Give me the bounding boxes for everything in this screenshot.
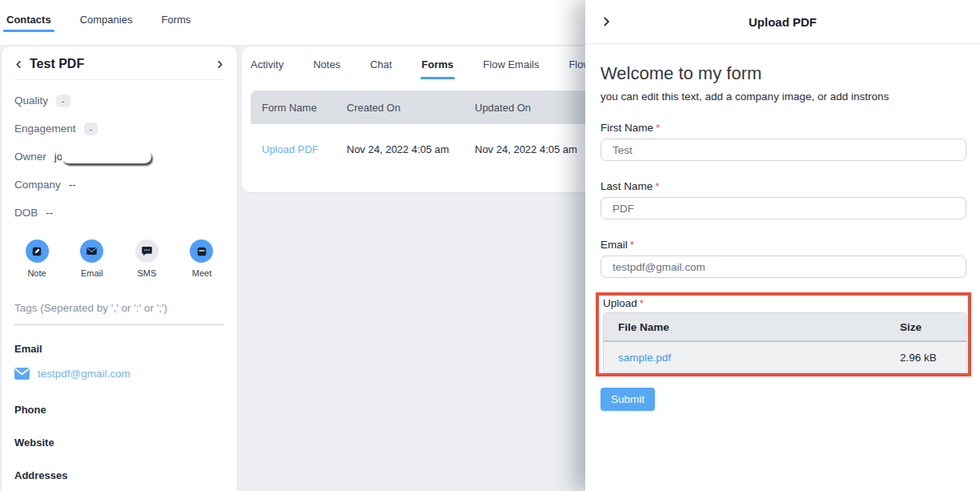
nav-tab-forms[interactable]: Forms xyxy=(160,9,191,37)
field-label: DOB xyxy=(14,207,38,219)
field-label: Owner xyxy=(14,151,46,163)
field-dob: DOB -- xyxy=(14,205,224,220)
tab-chat[interactable]: Chat xyxy=(370,58,392,79)
contact-details-panel: Test PDF Quality - Engagement - Owner jo… xyxy=(2,46,237,491)
created-on-value: Nov 24, 2022 4:05 am xyxy=(347,143,475,155)
forms-table: Form Name Created On Updated On Upload P… xyxy=(251,91,597,174)
last-name-field[interactable] xyxy=(600,197,966,219)
email-icon xyxy=(80,239,103,263)
contact-detail-tabs-panel: Activity Notes Chat Forms Flow Emails Fl… xyxy=(242,46,608,192)
first-name-label: First Name* xyxy=(600,122,966,134)
submit-button[interactable]: Submit xyxy=(600,388,655,411)
panel-header: Upload PDF xyxy=(585,0,980,44)
meet-action-button[interactable]: Meet xyxy=(181,239,223,278)
field-owner: Owner jol xyxy=(14,149,224,164)
column-form-name: Form Name xyxy=(262,102,347,114)
email-section-header: Email xyxy=(14,343,224,355)
last-name-label: Last Name* xyxy=(600,180,966,192)
uploaded-files-table: File Name Size sample.pdf 2.96 kB xyxy=(603,312,967,373)
form-subheading: you can edit this text, add a company im… xyxy=(600,91,966,103)
upload-pdf-side-panel: Upload PDF Welcome to my form you can ed… xyxy=(585,0,980,491)
addresses-section-header: Addresses xyxy=(14,469,224,481)
nav-tab-contacts[interactable]: Contacts xyxy=(6,9,52,37)
email-field[interactable] xyxy=(600,256,966,278)
panel-title: Upload PDF xyxy=(585,15,980,29)
action-label: Meet xyxy=(192,268,211,278)
contact-actions: Note Email SMS Meet xyxy=(14,239,224,278)
table-row: Upload PDF Nov 24, 2022 4:05 am Nov 24, … xyxy=(251,124,597,174)
column-file-name: File Name xyxy=(604,321,886,333)
sms-action-button[interactable]: SMS xyxy=(126,239,167,278)
detail-tabs: Activity Notes Chat Forms Flow Emails Fl… xyxy=(242,46,608,79)
quality-badge[interactable]: - xyxy=(56,95,70,107)
contact-email-link[interactable]: testpdf@gmail.com xyxy=(38,368,131,380)
field-label: Company xyxy=(14,179,61,191)
field-label: Engagement xyxy=(14,123,76,135)
company-value: -- xyxy=(69,179,76,191)
owner-redaction xyxy=(62,150,151,163)
required-marker: * xyxy=(656,122,660,134)
contact-name: Test PDF xyxy=(30,57,215,71)
first-name-field[interactable] xyxy=(600,139,966,161)
forms-table-header: Form Name Created On Updated On xyxy=(251,91,597,124)
label-text: Upload xyxy=(603,297,637,309)
upload-label: Upload* xyxy=(603,297,967,309)
contact-header: Test PDF xyxy=(14,46,224,80)
action-label: Note xyxy=(27,268,46,278)
required-marker: * xyxy=(655,180,659,192)
field-engagement: Engagement - xyxy=(14,121,224,136)
required-marker: * xyxy=(630,239,634,251)
envelope-icon xyxy=(14,368,30,380)
upload-annotation-highlight: Upload* File Name Size sample.pdf 2.96 k… xyxy=(596,292,971,376)
label-text: Last Name xyxy=(600,180,653,192)
label-text: Email xyxy=(600,239,628,251)
uploaded-files-header: File Name Size xyxy=(604,313,966,342)
sms-icon xyxy=(135,239,159,263)
tab-forms[interactable]: Forms xyxy=(422,58,454,79)
chevron-right-icon[interactable] xyxy=(215,60,224,69)
nav-tab-companies[interactable]: Companies xyxy=(79,9,134,37)
phone-section-header: Phone xyxy=(14,404,224,416)
engagement-badge[interactable]: - xyxy=(84,123,98,135)
note-action-button[interactable]: Note xyxy=(16,239,58,278)
field-label: Quality xyxy=(14,95,48,107)
column-updated-on: Updated On xyxy=(475,102,597,114)
uploaded-file-size: 2.96 kB xyxy=(886,352,966,364)
collapse-panel-chevron-right-icon[interactable] xyxy=(600,16,612,27)
website-section-header: Website xyxy=(14,437,224,449)
form-heading: Welcome to my form xyxy=(600,63,966,84)
action-label: SMS xyxy=(137,268,156,278)
uploaded-file-row: sample.pdf 2.96 kB xyxy=(604,342,966,372)
form-name-link[interactable]: Upload PDF xyxy=(262,143,347,155)
field-company: Company -- xyxy=(14,177,224,192)
email-row: testpdf@gmail.com xyxy=(14,368,224,380)
column-size: Size xyxy=(886,321,966,333)
tags-input[interactable]: Tags (Seperated by ',' or ':' or ';') xyxy=(14,300,224,325)
label-text: First Name xyxy=(600,122,653,134)
chevron-left-icon[interactable] xyxy=(14,60,23,69)
tags-placeholder: Tags (Seperated by ',' or ':' or ';') xyxy=(14,302,167,314)
tab-notes[interactable]: Notes xyxy=(313,58,340,79)
updated-on-value: Nov 24, 2022 4:05 am xyxy=(475,143,597,155)
dob-value: -- xyxy=(46,207,53,219)
action-label: Email xyxy=(81,268,103,278)
email-label: Email* xyxy=(600,239,966,251)
calendar-icon xyxy=(190,239,213,263)
column-created-on: Created On xyxy=(347,102,475,114)
email-action-button[interactable]: Email xyxy=(71,239,113,278)
uploaded-file-link[interactable]: sample.pdf xyxy=(604,352,886,364)
tab-activity[interactable]: Activity xyxy=(251,58,283,79)
field-quality: Quality - xyxy=(14,93,224,108)
required-marker: * xyxy=(640,297,644,309)
tab-flow-emails[interactable]: Flow Emails xyxy=(483,58,539,79)
note-icon xyxy=(26,239,49,263)
